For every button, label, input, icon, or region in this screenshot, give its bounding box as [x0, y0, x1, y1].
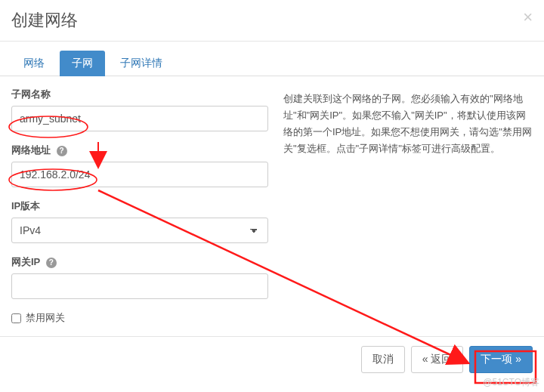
create-network-modal: 创建网络 × 网络 子网 子网详情 子网名称 网络地址 ? IP版本 I — [0, 0, 544, 382]
tab-subnet[interactable]: 子网 — [60, 51, 105, 76]
back-button[interactable]: « 返回 — [411, 346, 464, 373]
help-icon[interactable]: ? — [46, 258, 57, 268]
disable-gateway-checkbox-row: 禁用网关 — [11, 311, 268, 325]
ip-version-group: IP版本 IPv4 — [11, 199, 268, 243]
help-icon[interactable]: ? — [57, 146, 67, 156]
cancel-button[interactable]: 取消 — [361, 346, 405, 373]
gateway-ip-group: 网关IP ? — [11, 255, 268, 299]
next-button[interactable]: 下一项 » — [469, 346, 533, 373]
tab-network[interactable]: 网络 — [11, 51, 57, 76]
help-text: 创建关联到这个网络的子网。您必须输入有效的"网络地址"和"网关IP"。如果您不输… — [283, 88, 533, 325]
tab-bar: 网络 子网 子网详情 — [0, 42, 544, 76]
network-address-label: 网络地址 ? — [11, 144, 268, 157]
subnet-name-label: 子网名称 — [11, 88, 268, 101]
modal-body: 子网名称 网络地址 ? IP版本 IPv4 网关IP ? — [0, 76, 544, 336]
watermark: @51CTO博客 — [483, 376, 539, 389]
modal-footer: 取消 « 返回 下一项 » — [0, 336, 544, 382]
form-column: 子网名称 网络地址 ? IP版本 IPv4 网关IP ? — [11, 88, 268, 325]
disable-gateway-checkbox[interactable] — [11, 313, 21, 323]
disable-gateway-label: 禁用网关 — [26, 311, 65, 325]
modal-header: 创建网络 × — [0, 0, 544, 42]
modal-title: 创建网络 — [11, 9, 533, 32]
subnet-name-group: 子网名称 — [11, 88, 268, 131]
tab-subnet-detail[interactable]: 子网详情 — [108, 51, 175, 76]
network-address-input[interactable] — [11, 162, 268, 187]
network-address-group: 网络地址 ? — [11, 144, 268, 187]
ip-version-label: IP版本 — [11, 199, 268, 213]
gateway-ip-input[interactable] — [11, 273, 268, 299]
gateway-ip-label: 网关IP ? — [11, 255, 268, 269]
close-icon[interactable]: × — [523, 8, 533, 27]
subnet-name-input[interactable] — [11, 106, 268, 131]
ip-version-select[interactable]: IPv4 — [11, 218, 268, 243]
